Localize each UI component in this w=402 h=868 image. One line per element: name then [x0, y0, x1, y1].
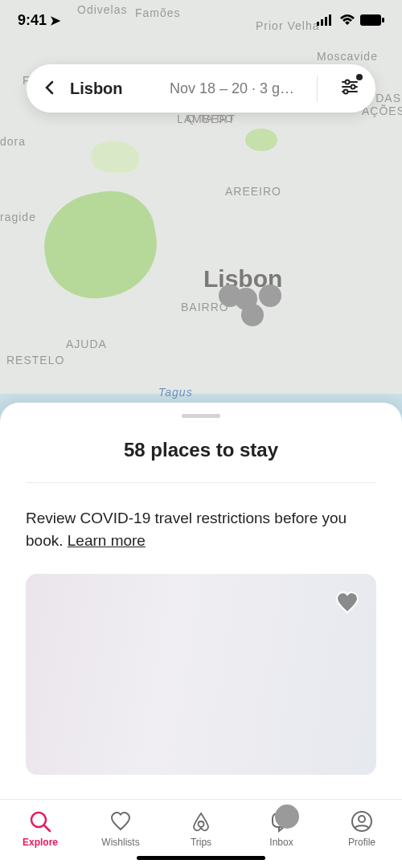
divider: [26, 482, 376, 483]
home-indicator[interactable]: [137, 856, 265, 860]
results-count: 58 places to stay: [26, 439, 376, 461]
wifi-icon: [339, 14, 355, 26]
tab-wishlists[interactable]: Wishlists: [88, 809, 153, 848]
svg-point-7: [346, 80, 350, 84]
search-details: Nov 18 – 20 · 3 g…: [170, 80, 294, 97]
tab-explore[interactable]: Explore: [8, 809, 72, 848]
svg-rect-4: [360, 14, 381, 26]
map-label-restelo: RESTELO: [6, 354, 64, 366]
svg-point-9: [351, 85, 355, 89]
status-time: 9:41➤: [18, 12, 60, 29]
map-pin[interactable]: [241, 304, 264, 326]
map-label-areeiro: AREEIRO: [225, 185, 281, 198]
profile-icon: [350, 809, 374, 833]
map-label-lambert: LAMBERT: [177, 113, 236, 125]
divider: [317, 76, 318, 101]
map-label-acoes: AÇÕES: [362, 104, 402, 117]
svg-rect-3: [329, 14, 331, 26]
map-label-ajuda: AJUDA: [66, 338, 107, 350]
tab-trips[interactable]: Trips: [169, 809, 233, 848]
tab-label: Wishlists: [101, 837, 139, 848]
status-bar: 9:41➤: [0, 0, 402, 40]
wishlist-heart-button[interactable]: [333, 588, 362, 617]
svg-line-13: [44, 825, 50, 831]
map-label-dora: dora: [0, 135, 26, 148]
signal-icon: [317, 14, 334, 26]
search-bar[interactable]: Lisbon Nov 18 – 20 · 3 g…: [27, 64, 375, 113]
learn-more-link[interactable]: Learn more: [68, 532, 146, 549]
svg-rect-1: [321, 19, 323, 26]
filter-active-dot: [356, 74, 363, 80]
search-location: Lisbon: [70, 80, 123, 98]
svg-point-16: [359, 816, 365, 822]
tab-inbox[interactable]: Inbox: [249, 809, 314, 848]
svg-rect-0: [317, 22, 319, 26]
map-pin[interactable]: [259, 285, 281, 307]
tab-label: Inbox: [269, 837, 293, 848]
search-icon: [28, 809, 52, 833]
map-label-tagus: Tagus: [158, 386, 193, 399]
tab-profile[interactable]: Profile: [330, 809, 394, 848]
svg-rect-5: [382, 18, 384, 23]
notification-badge: [275, 805, 299, 829]
tab-label: Trips: [191, 837, 211, 848]
map-label-ragide: ragide: [0, 211, 36, 223]
tab-label: Profile: [348, 837, 375, 848]
map-label-moscavide: Moscavide: [317, 50, 378, 63]
airbnb-logo-icon: [189, 809, 213, 833]
drag-handle[interactable]: [182, 414, 220, 418]
battery-icon: [360, 14, 384, 26]
listing-card[interactable]: [26, 574, 376, 775]
filter-button[interactable]: [340, 77, 359, 100]
svg-rect-2: [325, 17, 327, 26]
covid-notice: Review COVID-19 travel restrictions befo…: [26, 507, 376, 551]
svg-point-11: [344, 90, 348, 94]
location-arrow-icon: ➤: [50, 14, 60, 27]
tab-label: Explore: [23, 837, 58, 848]
heart-icon: [109, 809, 133, 833]
back-icon[interactable]: [43, 77, 57, 100]
